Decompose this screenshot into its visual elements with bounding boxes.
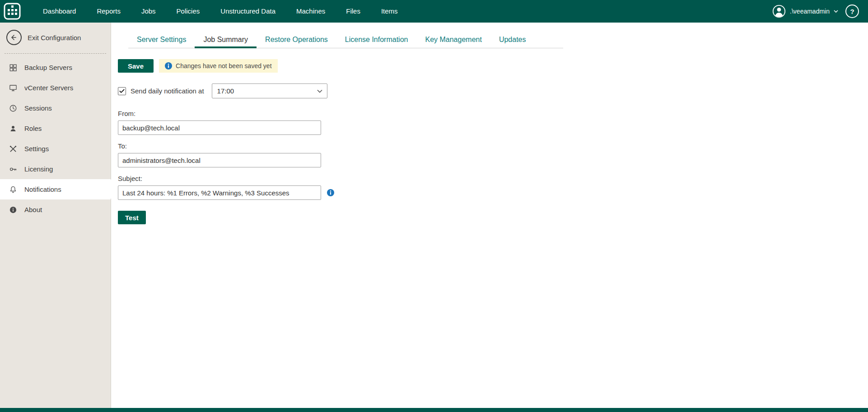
tab-job-summary[interactable]: Job Summary xyxy=(195,32,257,48)
daily-notification-checkbox[interactable] xyxy=(118,87,126,95)
from-label: From: xyxy=(118,110,868,117)
about-info-icon xyxy=(9,205,18,214)
tab-restore-operations[interactable]: Restore Operations xyxy=(257,32,336,48)
vcenter-servers-icon xyxy=(9,83,18,93)
user-menu[interactable]: .\veeamadmin xyxy=(772,5,838,18)
backup-servers-icon xyxy=(9,63,18,72)
sidebar-divider xyxy=(5,53,106,54)
exit-configuration-button[interactable]: Exit Configuration xyxy=(0,23,111,52)
nav-item-reports[interactable]: Reports xyxy=(86,0,131,23)
avatar-icon xyxy=(772,5,786,18)
time-select[interactable]: 17:00 xyxy=(212,83,327,98)
help-question-icon: ? xyxy=(850,8,854,15)
sidebar-item-label: vCenter Servers xyxy=(24,84,73,92)
settings-tab-bar: Server Settings Job Summary Restore Oper… xyxy=(128,32,563,48)
tab-updates[interactable]: Updates xyxy=(490,32,535,48)
unsaved-changes-note: Changes have not been saved yet xyxy=(159,59,278,73)
nav-item-jobs[interactable]: Jobs xyxy=(131,0,166,23)
daily-notification-label[interactable]: Send daily notification at xyxy=(131,87,204,95)
notifications-settings-panel: Server Settings Job Summary Restore Oper… xyxy=(112,23,868,408)
licensing-key-icon xyxy=(9,165,18,174)
info-icon xyxy=(165,62,172,69)
unsaved-changes-text: Changes have not been saved yet xyxy=(176,62,272,69)
sidebar-item-label: Notifications xyxy=(24,185,61,193)
sidebar-item-label: About xyxy=(24,206,42,213)
nav-item-dashboard[interactable]: Dashboard xyxy=(33,0,86,23)
tab-license-information[interactable]: License Information xyxy=(336,32,417,48)
sidebar-item-label: Licensing xyxy=(24,165,53,173)
sidebar-item-label: Roles xyxy=(24,125,42,132)
veeam-logo-icon xyxy=(4,3,21,20)
subject-label: Subject: xyxy=(118,175,868,182)
sidebar-item-label: Backup Servers xyxy=(24,64,72,71)
roles-person-icon xyxy=(9,124,18,133)
nav-item-policies[interactable]: Policies xyxy=(166,0,210,23)
test-button[interactable]: Test xyxy=(118,211,146,224)
settings-tools-icon xyxy=(9,144,18,153)
sidebar-item-sessions[interactable]: Sessions xyxy=(0,98,111,118)
subject-input[interactable] xyxy=(118,185,321,200)
user-name: .\veeamadmin xyxy=(790,8,830,15)
checkmark-icon xyxy=(119,88,125,94)
chevron-down-icon xyxy=(834,10,838,13)
subject-info-icon[interactable] xyxy=(327,189,334,196)
top-bar: Dashboard Reports Jobs Policies Unstruct… xyxy=(0,0,868,23)
sidebar-item-label: Settings xyxy=(24,145,49,153)
configuration-sidebar: Exit Configuration Backup Servers vCente… xyxy=(0,23,111,408)
sidebar-item-about[interactable]: About xyxy=(0,199,111,220)
help-button[interactable]: ? xyxy=(845,5,859,18)
sidebar-item-settings[interactable]: Settings xyxy=(0,139,111,159)
sessions-clock-icon xyxy=(9,104,18,113)
notifications-bell-icon xyxy=(9,185,18,194)
sidebar-item-notifications[interactable]: Notifications xyxy=(0,179,111,199)
sidebar-item-backup-servers[interactable]: Backup Servers xyxy=(0,57,111,78)
tab-server-settings[interactable]: Server Settings xyxy=(128,32,195,48)
bottom-accent-bar xyxy=(0,408,868,412)
back-arrow-icon xyxy=(6,30,22,45)
sidebar-item-label: Sessions xyxy=(24,104,52,112)
nav-item-items[interactable]: Items xyxy=(371,0,408,23)
sidebar-item-vcenter-servers[interactable]: vCenter Servers xyxy=(0,78,111,98)
time-select-value: 17:00 xyxy=(217,87,234,95)
nav-item-machines[interactable]: Machines xyxy=(286,0,336,23)
tab-key-management[interactable]: Key Management xyxy=(416,32,490,48)
from-input[interactable] xyxy=(118,120,321,135)
exit-configuration-label: Exit Configuration xyxy=(28,34,81,42)
nav-item-files[interactable]: Files xyxy=(336,0,371,23)
nav-item-unstructured-data[interactable]: Unstructured Data xyxy=(210,0,286,23)
save-button[interactable]: Save xyxy=(118,59,154,73)
sidebar-item-roles[interactable]: Roles xyxy=(0,118,111,139)
to-label: To: xyxy=(118,142,868,150)
to-input[interactable] xyxy=(118,153,321,167)
chevron-down-icon xyxy=(317,89,322,93)
sidebar-item-licensing[interactable]: Licensing xyxy=(0,159,111,179)
main-nav: Dashboard Reports Jobs Policies Unstruct… xyxy=(33,0,408,23)
